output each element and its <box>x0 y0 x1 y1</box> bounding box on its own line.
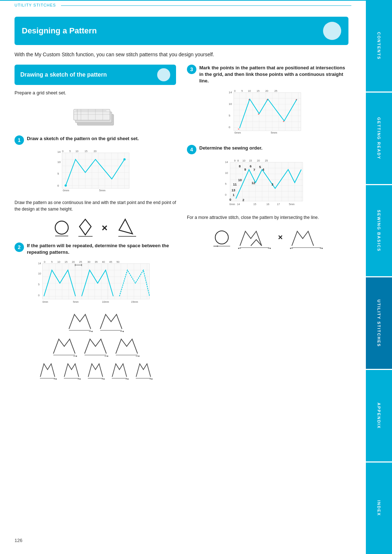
svg-text:0: 0 <box>62 150 64 152</box>
right-column: 3 Mark the points in the pattern that ar… <box>187 65 348 380</box>
stitch-2-right <box>98 311 124 333</box>
stitch-row-3 <box>52 335 139 357</box>
svg-marker-212 <box>238 248 239 249</box>
stitch-3b <box>83 335 108 357</box>
sidebar-item-index[interactable]: INDEX <box>366 463 392 554</box>
svg-marker-42 <box>79 219 91 235</box>
svg-marker-207 <box>217 245 219 247</box>
page-title-box: Designing a Pattern <box>15 17 348 45</box>
svg-text:0: 0 <box>38 294 40 297</box>
svg-text:12: 12 <box>252 181 255 185</box>
step4-circle: 4 <box>187 145 196 154</box>
svg-text:×: × <box>102 222 107 233</box>
top-bar: UTILITY STITCHES <box>0 0 392 9</box>
svg-text:10: 10 <box>57 160 61 164</box>
svg-text:0: 0 <box>229 198 231 201</box>
svg-text:0: 0 <box>229 126 230 129</box>
svg-text:1: 1 <box>233 193 234 197</box>
svg-text:10: 10 <box>225 172 228 174</box>
stitch-3c <box>114 335 139 357</box>
svg-text:25: 25 <box>265 159 268 162</box>
svg-text:17: 17 <box>277 203 280 205</box>
good-intersect-icon <box>213 228 231 247</box>
svg-marker-45 <box>119 219 132 234</box>
svg-text:0mm: 0mm <box>42 301 48 303</box>
stitch-5b <box>62 360 81 380</box>
svg-text:5: 5 <box>57 172 59 175</box>
sidebar-item-sewing-basics[interactable]: SEWING BASICS <box>366 185 392 277</box>
svg-text:0: 0 <box>57 184 59 187</box>
svg-text:5: 5 <box>69 150 71 152</box>
step3-header: 3 Mark the points in the pattern that ar… <box>187 65 348 85</box>
svg-text:13: 13 <box>232 188 235 192</box>
svg-text:×: × <box>283 120 285 123</box>
svg-text:2: 2 <box>242 198 244 202</box>
svg-text:11: 11 <box>233 183 237 186</box>
stitch-3a <box>52 335 77 357</box>
stitch-5e <box>134 360 152 380</box>
step4-header: 4 Determine the sewing order. <box>187 145 348 154</box>
sidebar-item-getting-ready[interactable]: GETTING READY <box>366 93 392 184</box>
svg-text:50: 50 <box>117 261 119 263</box>
svg-point-40 <box>55 221 68 234</box>
svg-text:10: 10 <box>238 178 242 182</box>
title-arrow-shape <box>323 22 341 40</box>
svg-text:15: 15 <box>257 90 260 92</box>
svg-text:5mm: 5mm <box>289 203 295 205</box>
step3-text: Mark the points in the pattern that are … <box>199 65 348 85</box>
svg-text:0mm: 0mm <box>63 189 69 192</box>
stitch-patterns-illustrations <box>15 311 176 380</box>
svg-marker-99 <box>76 355 77 357</box>
stitch-2-left <box>67 311 93 333</box>
grid-sheet-illustration <box>15 100 176 129</box>
svg-text:×: × <box>248 98 250 101</box>
svg-text:45: 45 <box>109 261 112 263</box>
svg-text:35: 35 <box>95 261 98 263</box>
svg-text:15: 15 <box>253 203 256 205</box>
svg-text:3: 3 <box>271 183 273 186</box>
svg-text:10: 10 <box>38 272 41 275</box>
step4-grid-svg: 14 10 5 0 9 8 10 15 20 25 0mm 14 15 16 <box>224 158 311 211</box>
sidebar-item-utility-stitches[interactable]: UTILITY STITCHES <box>366 277 392 369</box>
svg-text:30: 30 <box>87 261 90 263</box>
sidebar-item-contents[interactable]: CONTENTS <box>366 0 392 91</box>
step4-text: Determine the sewing order. <box>199 145 262 151</box>
svg-text:8: 8 <box>237 159 239 162</box>
svg-text:5: 5 <box>51 261 53 263</box>
svg-point-38 <box>65 184 67 187</box>
bad-shape-icon <box>117 217 137 237</box>
step2-grid-svg: 0 5 10 15 20 25 30 35 40 45 50 14 10 5 0 <box>37 259 154 306</box>
shape-examples: × <box>15 217 176 237</box>
svg-marker-215 <box>322 248 323 249</box>
stitch-5c <box>86 360 105 380</box>
step4-desc: For a more attractive stitch, close the … <box>187 214 348 221</box>
svg-text:20: 20 <box>257 159 260 162</box>
svg-text:0: 0 <box>225 194 226 196</box>
svg-text:0mm: 0mm <box>229 203 235 205</box>
section-drawing-header: Drawing a sketch of the pattern <box>15 65 176 85</box>
step2-header: 2 If the pattern will be repeated, deter… <box>15 243 176 256</box>
svg-rect-22 <box>62 153 129 188</box>
stitch-row-5 <box>38 360 152 380</box>
stitch-row-2 <box>67 311 124 333</box>
svg-text:14: 14 <box>57 150 61 154</box>
step3-grid: 14 10 5 0 0mm 5mm 0 5 10 15 20 25 <box>187 88 348 139</box>
svg-text:40: 40 <box>102 261 105 263</box>
svg-text:10: 10 <box>242 159 245 162</box>
svg-marker-96 <box>123 331 124 332</box>
svg-text:5mm: 5mm <box>73 301 79 303</box>
svg-text:10: 10 <box>248 90 251 92</box>
step1-text: Draw a sketch of the pattern on the grid… <box>27 135 139 142</box>
svg-text:14: 14 <box>237 203 240 205</box>
svg-text:9: 9 <box>244 168 246 171</box>
prepare-text: Prepare a grid sheet set. <box>15 90 176 95</box>
step1-grid-svg: 14 10 5 0 0mm 5mm 0 5 10 15 20 <box>56 148 135 196</box>
svg-marker-102 <box>107 355 108 357</box>
svg-text:5: 5 <box>241 90 243 92</box>
main-content: Designing a Pattern With the My Custom S… <box>0 9 363 395</box>
step4-grid: 14 10 5 0 9 8 10 15 20 25 0mm 14 15 16 <box>187 158 348 211</box>
step1-circle: 1 <box>15 135 24 145</box>
svg-text:10: 10 <box>75 150 78 152</box>
sidebar-item-appendix[interactable]: APPENDIX <box>366 370 392 461</box>
svg-text:5mm: 5mm <box>271 131 277 134</box>
